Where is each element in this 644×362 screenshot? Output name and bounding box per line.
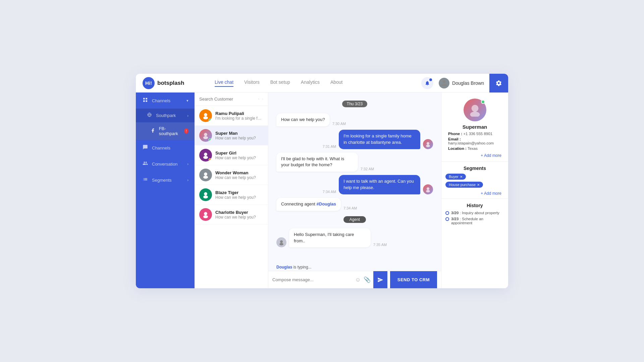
send-arrow-button[interactable] <box>373 271 387 289</box>
svg-point-20 <box>427 187 429 190</box>
svg-rect-2 <box>143 100 145 102</box>
msg-row-2: 7:31 AM I'm looking for a single family … <box>276 130 433 149</box>
chat-item-name-superman: Super Man <box>215 131 263 136</box>
history-dot-2 <box>445 217 449 221</box>
history-section: History 3/20 : Inquiry about property 3/… <box>441 199 508 230</box>
nav-right: Douglas Brown <box>421 74 508 93</box>
segment-house-remove[interactable]: ✕ <box>477 183 480 187</box>
chat-item-wonderwoman[interactable]: Wonder Woman How can we help you? <box>195 165 268 185</box>
svg-point-11 <box>203 156 208 159</box>
msg-row-1: How can we help you? 7:30 AM <box>276 113 433 126</box>
channels-chevron: ▾ <box>186 99 189 103</box>
tab-live-chat[interactable]: Live chat <box>215 79 233 87</box>
profile-online-dot <box>481 100 485 104</box>
channels-sub-icon <box>142 144 149 151</box>
search-icon[interactable] <box>258 97 260 102</box>
profile-email: Email : harry.istapain@yahoo.com <box>448 137 501 145</box>
msg-time-5: 7:34 AM <box>343 206 357 211</box>
msg-bubble-5: Connecting agent #Douglas <box>276 198 341 211</box>
sidebar-item-segments[interactable]: Segments › <box>136 172 195 188</box>
msg-row-5: Connecting agent #Douglas 7:34 AM <box>276 198 433 211</box>
chat-list: Ramu Pulipali I'm looking for a single f… <box>195 93 268 288</box>
segments-icon <box>142 177 149 183</box>
send-to-crm-button[interactable]: SEND TO CRM <box>390 271 437 289</box>
southpark-chevron: › <box>187 114 189 118</box>
chat-item-name-wonderwoman: Wonder Woman <box>215 170 263 175</box>
search-input[interactable] <box>199 97 256 102</box>
tab-bot-setup[interactable]: Bot setup <box>270 79 290 87</box>
avatar-blazetiger <box>199 188 212 201</box>
svg-point-6 <box>204 113 207 117</box>
connecting-agent-link[interactable]: #Douglas <box>317 201 336 206</box>
segments-add-more[interactable]: + Add more <box>445 190 504 196</box>
history-dot-1 <box>445 211 449 215</box>
sidebar-item-channels-sub[interactable]: Channels <box>136 140 195 156</box>
channels-icon <box>142 97 149 104</box>
msg-row-3: I'll be glad to help with it. What is yo… <box>276 153 433 172</box>
segment-buyer-remove[interactable]: ✕ <box>460 175 463 179</box>
profile-avatar-wrap <box>464 99 486 121</box>
sidebar-item-southpark[interactable]: Southpark › <box>136 109 195 122</box>
tab-about[interactable]: About <box>330 79 343 87</box>
right-profile: Superman Phone : +1 336 555 8901 Email :… <box>441 93 508 162</box>
notification-badge <box>429 78 432 81</box>
svg-point-22 <box>280 240 283 243</box>
chat-item-info-superman: Super Man How can we help you? <box>215 131 263 140</box>
notification-button[interactable] <box>421 77 433 89</box>
svg-point-16 <box>204 212 207 216</box>
msg-bubble-6: Hello Superman, I'll taking care from.. <box>289 228 371 248</box>
more-icon[interactable] <box>262 97 264 102</box>
attach-icon[interactable]: 📎 <box>364 276 371 283</box>
chat-item-info-blazetiger: Blaze Tiger How can we help you? <box>215 190 263 200</box>
channels-label: Channels <box>152 98 170 103</box>
fb-notification-badge: ! <box>184 128 189 134</box>
sidebar-item-channels-main[interactable]: Channels ▾ <box>136 93 195 109</box>
profile-location: Location : Texas <box>448 146 501 150</box>
tab-analytics[interactable]: Analytics <box>301 79 320 87</box>
profile-add-more[interactable]: + Add more <box>445 152 504 158</box>
avatar-wonderwoman <box>199 169 212 181</box>
bell-icon <box>425 80 430 86</box>
typing-text: is typing... <box>292 265 311 269</box>
chat-item-superman[interactable]: Super Man How can we help you? <box>195 126 268 145</box>
sidebar-sub-southpark: Southpark › FB-southpark ! <box>136 109 195 140</box>
user-name: Douglas Brown <box>452 80 484 86</box>
emoji-icon[interactable]: ☺ <box>355 277 361 283</box>
segments-section: Segments Buyer ✕ House purchase ✕ + Add … <box>441 162 508 199</box>
chat-item-info-wonderwoman: Wonder Woman How can we help you? <box>215 170 263 180</box>
svg-point-12 <box>204 173 207 176</box>
chat-item-ramu[interactable]: Ramu Pulipali I'm looking for a single f… <box>195 106 268 126</box>
nav-tabs: Live chat Visitors Bot setup Analytics A… <box>215 79 421 87</box>
svg-point-7 <box>203 116 208 119</box>
typing-indicator: Douglas is typing... <box>268 265 441 271</box>
main-area: Channels ▾ Southpark › FB-southpark <box>136 93 508 288</box>
profile-name: Superman <box>463 124 487 130</box>
segments-label: Segments <box>152 178 172 183</box>
agent-divider: Agent <box>276 216 433 223</box>
send-arrow-icon <box>377 277 383 283</box>
top-nav: Hi! botsplash Live chat Visitors Bot set… <box>136 74 508 93</box>
avatar-charlotte <box>199 208 212 221</box>
date-divider: Thu 3/23 <box>276 101 433 107</box>
chat-item-msg-blazetiger: How can we help you? <box>215 195 263 200</box>
msg-bubble-2: I'm looking for a single family home in … <box>339 130 420 149</box>
user-info[interactable]: Douglas Brown <box>439 78 484 88</box>
chat-item-charlotte[interactable]: Charlotte Buyer How can we help you? <box>195 205 268 225</box>
logo-icon: Hi! <box>143 77 155 89</box>
svg-point-24 <box>471 105 478 112</box>
history-item-1: 3/20 : Inquiry about property <box>445 211 504 215</box>
avatar-supergirl <box>199 149 212 162</box>
chat-item-blazetiger[interactable]: Blaze Tiger How can we help you? <box>195 185 268 205</box>
msg-time-3: 7:32 AM <box>361 167 374 172</box>
chat-list-items: Ramu Pulipali I'm looking for a single f… <box>195 106 268 288</box>
chat-list-header <box>195 93 268 106</box>
sidebar-item-fb-southpark[interactable]: FB-southpark ! <box>136 122 195 140</box>
svg-point-10 <box>204 153 207 156</box>
settings-button[interactable] <box>489 74 508 93</box>
sidebar-item-conversation[interactable]: Conversation › <box>136 156 195 172</box>
tab-visitors[interactable]: Visitors <box>244 79 260 87</box>
svg-rect-3 <box>146 100 147 102</box>
svg-rect-1 <box>146 98 147 100</box>
compose-input[interactable] <box>272 277 352 282</box>
chat-item-supergirl[interactable]: Super Girl How can we help you? <box>195 145 268 165</box>
